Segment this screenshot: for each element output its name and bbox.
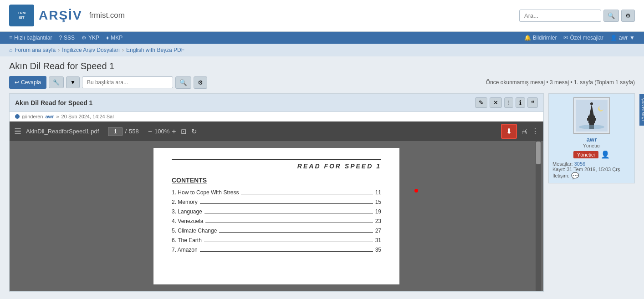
toc-row-6: 6. The Earth 31 — [172, 237, 381, 243]
post-quote-button[interactable]: ❝ — [527, 97, 538, 108]
post-meta: gönderen awr » 20 Şub 2024, 14:24 Sal — [10, 112, 543, 122]
svg-point-7 — [579, 125, 604, 129]
pdf-content-area: READ FOR SPEED 1 CONTENTS 1. How to Cope… — [10, 141, 543, 291]
nav-item-mkp[interactable]: ♦ MKP — [106, 35, 123, 41]
post-delete-button[interactable]: ✕ — [490, 97, 502, 108]
nav-bar: ≡ Hızlı bağlantılar ? SSS ⚙ YKP ♦ MKP 🔔 … — [0, 32, 644, 44]
contact-icon[interactable]: 💬 — [571, 172, 579, 179]
site-domain: frmist.com — [89, 11, 125, 20]
pdf-menu-button[interactable]: ☰ — [14, 127, 21, 137]
toc-row-4: 4. Venezuela 23 — [172, 218, 381, 224]
pdf-zoom-in-button[interactable]: + — [172, 127, 176, 136]
breadcrumb-sep-1: › — [58, 47, 60, 53]
post-toolbar: ↩ Cevapla 🔧 ▼ 🔍 ⚙ Önce okunmamış mesaj •… — [9, 76, 635, 89]
avatar-svg — [576, 100, 608, 132]
pdf-page-input[interactable] — [108, 127, 123, 136]
menu-icon: ≡ — [9, 35, 12, 41]
logo-text: ARŞİV — [39, 8, 82, 23]
user-icon: 👤 — [610, 35, 617, 41]
sidebar: ÇEVRİMİÇİ — [548, 93, 635, 183]
breadcrumb-archive[interactable]: İngilizce Arşiv Dosyaları — [62, 47, 120, 53]
pdf-scrollbar[interactable] — [536, 141, 541, 291]
post-icon — [15, 114, 20, 119]
pdf-print-button[interactable]: 🖨 — [521, 127, 528, 136]
topic-search-button[interactable]: 🔍 — [175, 76, 191, 89]
nav-notifications[interactable]: 🔔 Bildirimler — [524, 35, 557, 41]
post-actions: ✎ ✕ ! ℹ ❝ — [475, 97, 538, 108]
post-author-link[interactable]: awr — [46, 114, 54, 119]
user-badge: Yönetici — [573, 151, 598, 158]
svg-rect-4 — [588, 116, 595, 119]
pdf-page-title: READ FOR SPEED 1 — [172, 159, 381, 170]
logo-box: FRM IST — [9, 5, 34, 26]
nav-item-faq[interactable]: ? SSS — [59, 35, 75, 41]
nav-messages[interactable]: ✉ Özel mesajlar — [563, 35, 603, 41]
user-name: awr — [552, 136, 631, 143]
nav-right: 🔔 Bildirimler ✉ Özel mesajlar 👤 awr ▼ — [524, 35, 635, 41]
post-main: Akın Dil Read for Speed 1 ✎ ✕ ! ℹ ❝ gönd… — [9, 93, 544, 292]
topic-search-input[interactable] — [82, 76, 173, 88]
pdf-contents-title: CONTENTS — [172, 177, 381, 184]
home-icon: ⌂ — [9, 47, 12, 53]
pdf-scrollbar-thumb[interactable] — [536, 142, 541, 164]
pagination-info: Önce okunmamış mesaj • 3 mesaj • 1. sayf… — [486, 79, 635, 86]
tool-button[interactable]: 🔧 — [49, 76, 64, 88]
post-edit-button[interactable]: ✎ — [475, 97, 487, 108]
nav-item-quicklinks[interactable]: ≡ Hızlı bağlantılar — [9, 35, 52, 41]
pdf-more-button[interactable]: ⋮ — [532, 127, 539, 136]
pdf-toolbar: ☰ AkinDil_ReadforSpeed1.pdf / 558 − 100%… — [10, 122, 543, 141]
pdf-zoom-out-button[interactable]: − — [148, 127, 152, 136]
messages-count: 3056 — [574, 161, 585, 167]
user-messages-stat: Mesajlar: 3056 — [552, 161, 631, 167]
pdf-viewer: ☰ AkinDil_ReadforSpeed1.pdf / 558 − 100%… — [10, 122, 543, 291]
search-button[interactable]: 🔍 — [603, 10, 619, 22]
toc-row-3: 3. Language 19 — [172, 208, 381, 215]
page-title: Akın Dil Read for Speed 1 — [9, 61, 635, 71]
reply-button[interactable]: ↩ Cevapla — [9, 76, 46, 89]
user-role: Yönetici — [552, 143, 631, 148]
tool-dropdown-button[interactable]: ▼ — [66, 76, 80, 88]
svg-rect-2 — [588, 120, 595, 123]
pdf-page-separator: / — [125, 128, 127, 135]
toc-row-1: 1. How to Cope With Stress 11 — [172, 189, 381, 196]
pdf-download-button[interactable]: ⬇ — [501, 124, 517, 139]
diamond-icon: ♦ — [106, 35, 109, 41]
svg-point-6 — [590, 102, 593, 105]
nav-user[interactable]: 👤 awr ▼ — [610, 35, 635, 41]
breadcrumb-home[interactable]: Forum ana sayfa — [15, 47, 56, 53]
toc-row-7: 7. Amazon 35 — [172, 247, 381, 253]
breadcrumb-sep-2: › — [122, 47, 124, 53]
pdf-toc: 1. How to Cope With Stress 11 2. Memory … — [172, 189, 381, 253]
search-area: 🔍 ⚙ — [519, 10, 635, 22]
post-report-button[interactable]: ! — [504, 97, 513, 108]
main-content: Akın Dil Read for Speed 1 ↩ Cevapla 🔧 ▼ … — [0, 56, 644, 299]
user-stats: Mesajlar: 3056 Kayıt: 31 Tem 2019, 15:03… — [552, 161, 631, 179]
search-input[interactable] — [519, 10, 601, 22]
post-info-button[interactable]: ℹ — [516, 97, 525, 108]
nav-left: ≡ Hızlı bağlantılar ? SSS ⚙ YKP ♦ MKP — [9, 35, 123, 41]
toc-row-5: 5. Climate Change 27 — [172, 228, 381, 234]
user-contact-stat: İletişim: 💬 — [552, 172, 631, 179]
topic-search-advanced-button[interactable]: ⚙ — [194, 76, 207, 89]
header: FRM IST ARŞİV frmist.com 🔍 ⚙ — [0, 0, 644, 32]
online-tab: ÇEVRİMİÇİ — [639, 94, 644, 126]
pdf-fit-button[interactable]: ⊡ — [181, 127, 187, 136]
user-badge-icon: 👤 — [601, 150, 610, 159]
chevron-down-icon: ▼ — [629, 35, 635, 41]
post-date: 20 Şub 2024, 14:24 Sal — [61, 114, 114, 119]
pdf-page: READ FOR SPEED 1 CONTENTS 1. How to Cope… — [153, 148, 399, 284]
bell-icon: 🔔 — [524, 35, 531, 41]
reply-icon: ↩ — [15, 79, 19, 86]
red-dot-indicator — [414, 189, 418, 193]
nav-item-ykp[interactable]: ⚙ YKP — [82, 35, 99, 41]
pdf-zoom-controls: − 100% + — [148, 127, 176, 136]
pdf-right-tools: ⬇ 🖨 ⋮ — [501, 124, 539, 139]
pdf-rotate-button[interactable]: ↻ — [191, 127, 197, 136]
post-container: Akın Dil Read for Speed 1 ✎ ✕ ! ℹ ❝ gönd… — [9, 93, 635, 292]
svg-point-9 — [599, 106, 604, 110]
user-register-stat: Kayıt: 31 Tem 2019, 15:03 Çrş — [552, 167, 631, 172]
logo-area: FRM IST ARŞİV frmist.com — [9, 5, 125, 26]
envelope-icon: ✉ — [563, 35, 568, 41]
search-advanced-button[interactable]: ⚙ — [621, 10, 635, 22]
breadcrumb-pdf[interactable]: English with Beyza PDF — [126, 47, 184, 53]
